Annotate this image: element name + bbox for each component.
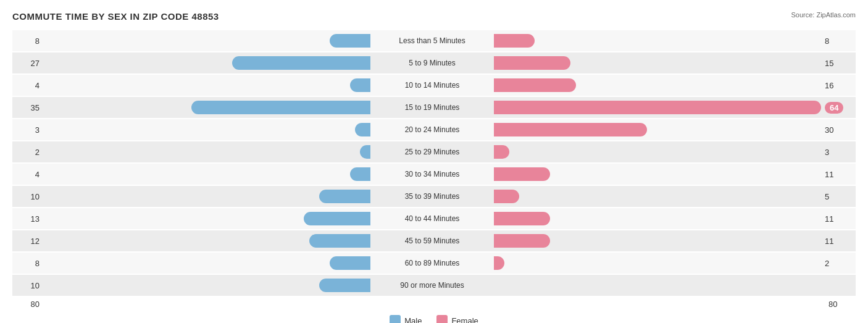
left-value: 10 [12, 192, 43, 201]
right-bar-container [494, 145, 821, 159]
bar-row: 2 25 to 29 Minutes 3 [12, 141, 856, 162]
bar-row: 35 15 to 19 Minutes 64 [12, 97, 856, 118]
bar-row: 4 10 to 14 Minutes 16 [12, 75, 856, 96]
female-legend-label: Female [451, 316, 478, 324]
left-value: 4 [12, 81, 43, 90]
row-label: 30 to 34 Minutes [370, 170, 494, 178]
row-label: 60 to 89 Minutes [370, 259, 494, 267]
male-bar [360, 145, 370, 159]
right-bar-container [494, 190, 821, 203]
bar-row: 10 35 to 39 Minutes 5 [12, 186, 856, 207]
chart-area: 8 Less than 5 Minutes 8 27 5 to 9 Minute… [12, 30, 856, 296]
left-bar-container [43, 78, 370, 92]
male-legend-box [390, 315, 401, 323]
female-bar [494, 56, 570, 70]
female-bar [494, 256, 504, 270]
right-value: 5 [821, 192, 852, 201]
row-label: 20 to 24 Minutes [370, 125, 494, 134]
left-bar-container [43, 145, 370, 159]
female-legend-box [436, 315, 448, 323]
row-label: 5 to 9 Minutes [370, 59, 494, 67]
left-value: 35 [12, 103, 43, 112]
male-bar [330, 34, 370, 48]
left-value: 3 [12, 125, 43, 135]
left-bar-container [43, 167, 370, 181]
right-bar-container [494, 234, 821, 248]
right-value: 8 [821, 36, 852, 46]
male-bar [350, 167, 370, 181]
female-bar [494, 145, 509, 159]
left-value: 12 [12, 237, 43, 246]
right-value: 16 [821, 81, 852, 90]
row-label: 15 to 19 Minutes [370, 103, 494, 112]
right-value: 15 [821, 59, 852, 68]
left-bar-container [43, 279, 370, 292]
male-bar [330, 256, 370, 270]
male-bar [309, 234, 370, 248]
left-value: 2 [12, 148, 43, 157]
left-value: 13 [12, 214, 43, 224]
left-bar-container [43, 234, 370, 248]
female-bar [494, 78, 576, 92]
axis-row: 80 80 [12, 300, 856, 309]
female-bar [494, 190, 519, 203]
right-bar-container [494, 123, 821, 136]
right-bar-container [494, 279, 821, 292]
row-label: 45 to 59 Minutes [370, 237, 494, 245]
bar-row: 4 30 to 34 Minutes 11 [12, 164, 856, 185]
female-bar [494, 234, 550, 248]
right-value: 11 [821, 214, 852, 224]
female-bar [494, 34, 535, 48]
female-bar [494, 101, 821, 114]
left-value: 27 [12, 59, 43, 68]
row-label: 10 to 14 Minutes [370, 81, 494, 90]
right-value: 11 [821, 170, 852, 179]
bar-row: 10 90 or more Minutes [12, 275, 856, 296]
left-bar-container [43, 190, 370, 203]
bar-row: 3 20 to 24 Minutes 30 [12, 119, 856, 140]
male-bar [319, 190, 370, 203]
row-label: 90 or more Minutes [370, 281, 494, 290]
male-legend-label: Male [404, 316, 422, 324]
axis-right-label: 80 [825, 300, 856, 309]
left-value: 8 [12, 259, 43, 268]
male-bar [355, 123, 370, 136]
right-value: 11 [821, 237, 852, 246]
row-label: Less than 5 Minutes [370, 36, 494, 45]
row-label: 25 to 29 Minutes [370, 148, 494, 156]
female-bar [494, 123, 647, 136]
left-bar-container [43, 256, 370, 270]
source-label: Source: ZipAtlas.com [791, 11, 856, 19]
left-value: 10 [12, 281, 43, 290]
legend-male: Male [390, 315, 422, 323]
legend-female: Female [436, 315, 478, 323]
right-bar-container [494, 101, 821, 114]
axis-left-label: 80 [12, 300, 43, 309]
bar-row: 13 40 to 44 Minutes 11 [12, 208, 856, 229]
left-value: 8 [12, 36, 43, 46]
left-bar-container [43, 34, 370, 48]
right-bar-container [494, 256, 821, 270]
chart-container: COMMUTE TIME BY SEX IN ZIP CODE 48853 So… [0, 0, 868, 323]
left-bar-container [43, 56, 370, 70]
right-bar-container [494, 212, 821, 225]
right-value: 3 [821, 148, 852, 157]
male-bar [191, 101, 370, 114]
bar-row: 27 5 to 9 Minutes 15 [12, 52, 856, 73]
right-bar-container [494, 34, 821, 48]
male-bar [350, 78, 370, 92]
left-bar-container [43, 123, 370, 136]
left-value: 4 [12, 170, 43, 179]
right-bar-container [494, 167, 821, 181]
bar-row: 8 60 to 89 Minutes 2 [12, 253, 856, 274]
legend: Male Female [12, 315, 856, 323]
right-bar-container [494, 56, 821, 70]
male-bar [232, 56, 370, 70]
right-value: 2 [821, 259, 852, 268]
chart-title: COMMUTE TIME BY SEX IN ZIP CODE 48853 [12, 11, 856, 22]
right-value: 30 [821, 125, 852, 135]
male-bar [304, 212, 370, 225]
left-bar-container [43, 101, 370, 114]
female-bar [494, 167, 550, 181]
bar-row: 8 Less than 5 Minutes 8 [12, 30, 856, 51]
